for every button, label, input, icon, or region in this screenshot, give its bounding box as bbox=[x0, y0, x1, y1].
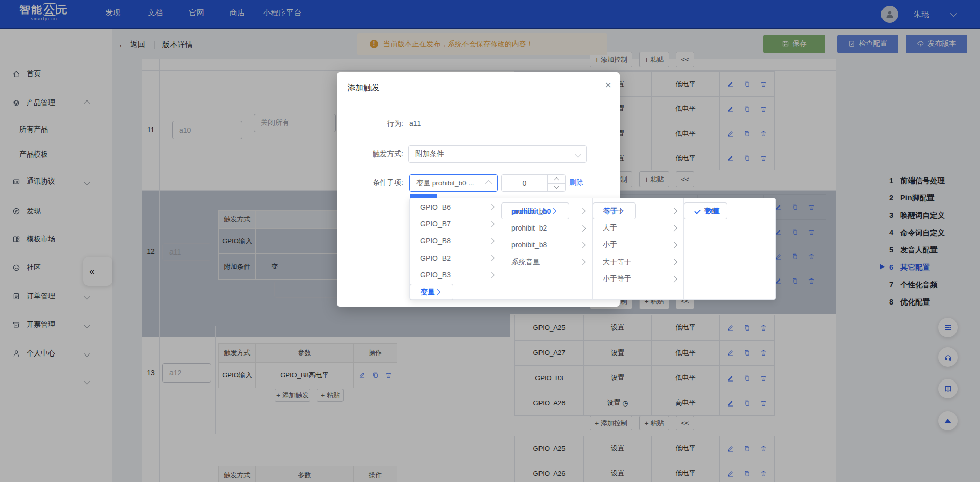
cascader-option-selected[interactable]: 等于 bbox=[593, 202, 636, 219]
chevron-right-icon bbox=[671, 225, 677, 232]
cascader-option[interactable]: GPIO_B2 bbox=[410, 249, 501, 266]
close-icon[interactable]: × bbox=[605, 79, 611, 92]
cascader-option[interactable]: GPIO_B7 bbox=[410, 215, 501, 232]
chevron-right-icon bbox=[488, 238, 495, 244]
chevron-right-icon bbox=[671, 242, 677, 248]
chevron-right-icon bbox=[671, 208, 677, 214]
cascader-option[interactable]: prohibit_b2 bbox=[501, 219, 592, 236]
cascader-option-selected[interactable]: 变量 bbox=[410, 284, 453, 299]
cascader-option-selected[interactable]: prohibit_b0 bbox=[501, 202, 569, 219]
chevron-right-icon bbox=[488, 204, 495, 210]
behavior-label: 行为: bbox=[337, 119, 403, 129]
chevron-right-icon bbox=[617, 208, 623, 214]
check-icon bbox=[694, 208, 701, 214]
cascader-option[interactable]: 小于 bbox=[593, 237, 683, 253]
chevron-right-icon bbox=[579, 208, 586, 214]
condition-cascader-popup: GPIO_B6 GPIO_B7 GPIO_B8 GPIO_B2 GPIO_B3 … bbox=[409, 198, 776, 300]
stepper-controls bbox=[547, 175, 565, 191]
chevron-right-icon bbox=[671, 259, 677, 265]
cascader-option-selected[interactable]: 数值 bbox=[684, 202, 727, 219]
chevron-up-icon bbox=[485, 180, 492, 187]
cascader-option[interactable]: GPIO_B8 bbox=[410, 233, 501, 249]
cascader-option[interactable]: GPIO_B3 bbox=[410, 267, 501, 284]
chevron-right-icon bbox=[488, 255, 495, 261]
condition-label: 条件子项: bbox=[337, 178, 403, 187]
dialog-title: 添加触发 bbox=[347, 83, 380, 93]
chevron-right-icon bbox=[671, 276, 677, 283]
chevron-right-icon bbox=[550, 208, 556, 214]
delete-condition-link[interactable]: 删除 bbox=[569, 178, 583, 187]
cascader-option[interactable]: GPIO_B6 bbox=[410, 198, 501, 215]
cascader-column-source: GPIO_B6 GPIO_B7 GPIO_B8 GPIO_B2 GPIO_B3 … bbox=[410, 198, 501, 299]
cascader-column-variable: prohibit_b0 prohibit_b1 prohibit_b2 proh… bbox=[501, 198, 593, 299]
app-root: 智能公元 — smartpi.cn — 发现 文档 官网 商店 小程序平台 朱琨… bbox=[0, 0, 980, 482]
cascader-option[interactable]: 大于等于 bbox=[593, 253, 683, 270]
cascader-column-value-type: 数值 变量 bbox=[684, 198, 775, 299]
behavior-value: a11 bbox=[409, 119, 421, 128]
chevron-right-icon bbox=[579, 225, 586, 232]
chevron-down-icon bbox=[575, 151, 581, 158]
chevron-right-icon bbox=[579, 259, 586, 265]
cascader-option[interactable]: prohibit_b8 bbox=[501, 237, 592, 253]
chevron-right-icon bbox=[488, 272, 495, 278]
stepper-up-button[interactable] bbox=[548, 175, 565, 184]
stepper-down-button[interactable] bbox=[548, 184, 565, 192]
trigger-mode-label: 触发方式: bbox=[337, 149, 403, 159]
cascader-column-operator: 等于 不等于 大于 小于 大于等于 小于等于 bbox=[593, 198, 684, 299]
condition-value-stepper[interactable]: 0 bbox=[501, 174, 566, 192]
chevron-right-icon bbox=[434, 289, 440, 295]
chevron-right-icon bbox=[488, 221, 495, 227]
cascader-option[interactable]: 大于 bbox=[593, 219, 683, 236]
trigger-mode-select[interactable]: 附加条件 bbox=[408, 145, 587, 163]
cascader-option[interactable]: 系统音量 bbox=[501, 253, 592, 270]
condition-cascader-select[interactable]: 变量 prohibit_b0 ... bbox=[409, 174, 498, 192]
cascader-option[interactable]: 小于等于 bbox=[593, 271, 683, 288]
chevron-right-icon bbox=[579, 242, 586, 248]
cascader-scroll-indicator bbox=[410, 194, 437, 198]
